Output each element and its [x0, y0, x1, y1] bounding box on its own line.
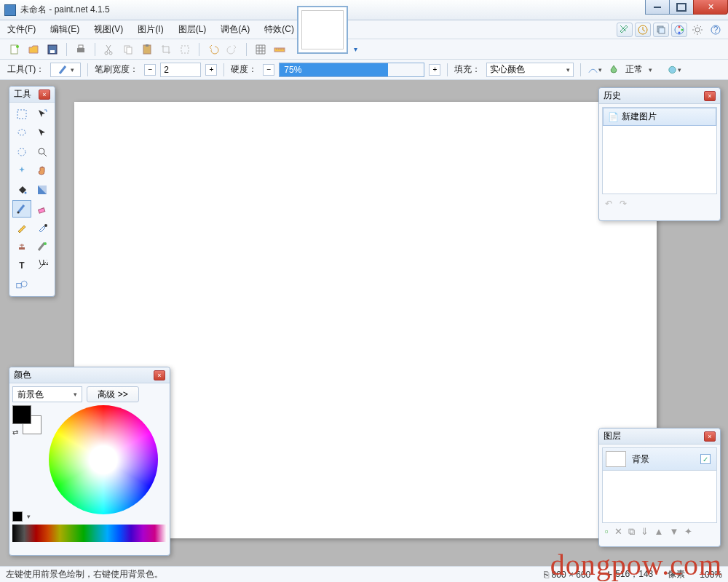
svg-point-7: [695, 28, 700, 32]
help-icon[interactable]: ?: [708, 23, 724, 37]
ruler-button[interactable]: [272, 42, 287, 57]
merge-layer-icon[interactable]: ⇓: [641, 526, 649, 538]
hardness-increase[interactable]: +: [429, 64, 440, 76]
shapes-tool[interactable]: [12, 276, 31, 293]
paint-bucket-tool[interactable]: [12, 181, 31, 199]
add-layer-icon[interactable]: ▫: [605, 526, 609, 538]
svg-point-35: [44, 242, 47, 245]
status-zoom[interactable]: 100%: [700, 570, 722, 580]
history-undo-icon[interactable]: ↶: [605, 199, 612, 209]
text-tool[interactable]: T: [12, 257, 31, 274]
separator: [246, 43, 247, 56]
zoom-tool[interactable]: [33, 143, 52, 161]
deselect-button[interactable]: [178, 42, 192, 57]
duplicate-layer-icon[interactable]: ⧉: [628, 526, 635, 538]
colors-toggle-icon[interactable]: [671, 23, 687, 37]
overwrite-icon[interactable]: ▾: [667, 63, 681, 77]
move-up-icon[interactable]: ▲: [654, 526, 664, 538]
fill-select[interactable]: 实心颜色: [486, 63, 574, 77]
swap-colors-icon[interactable]: ⇄: [12, 428, 18, 436]
layers-toggle-icon[interactable]: [653, 23, 669, 37]
colors-panel-header[interactable]: 颜色 ×: [9, 367, 170, 383]
paste-button[interactable]: [140, 42, 154, 57]
undo-button[interactable]: [206, 42, 221, 57]
hardness-slider[interactable]: 75%: [279, 63, 424, 77]
status-unit[interactable]: 像素: [668, 568, 685, 581]
history-panel-header[interactable]: 历史 ×: [599, 88, 720, 104]
pencil-tool[interactable]: [12, 219, 31, 236]
move-tool[interactable]: [33, 124, 52, 142]
recolor-tool[interactable]: [33, 238, 52, 255]
line-tool[interactable]: \12: [33, 257, 52, 274]
blend-icon[interactable]: [606, 63, 621, 77]
tools-toggle-icon[interactable]: [617, 23, 633, 37]
layer-item[interactable]: 背景 ✓: [603, 448, 716, 471]
gradient-tool[interactable]: [33, 181, 52, 199]
clone-stamp-tool[interactable]: [12, 238, 31, 255]
tools-panel-header[interactable]: 工具 ×: [9, 87, 55, 103]
magic-wand-tool[interactable]: [12, 162, 31, 180]
minimize-button[interactable]: [645, 0, 670, 15]
fg-color-swatch[interactable]: [12, 405, 31, 424]
history-redo-icon[interactable]: ↷: [620, 199, 627, 209]
main-toolbar: [0, 39, 728, 60]
move-selection-tool[interactable]: [33, 105, 52, 123]
brush-width-increase[interactable]: +: [205, 64, 217, 76]
colors-panel-close[interactable]: ×: [154, 370, 165, 380]
layer-name: 背景: [632, 453, 649, 466]
image-thumbnail[interactable]: [297, 6, 348, 54]
thumbnail-dropdown-icon[interactable]: ▾: [354, 45, 357, 53]
close-button[interactable]: [693, 0, 728, 15]
svg-point-26: [18, 129, 25, 135]
layer-props-icon[interactable]: ✦: [684, 526, 692, 538]
eraser-tool[interactable]: [33, 200, 52, 218]
maximize-button[interactable]: [669, 0, 694, 15]
palette-preset-icon[interactable]: [12, 511, 23, 522]
menu-layers[interactable]: 图层(L): [171, 20, 214, 39]
color-mode-select[interactable]: 前景色: [12, 386, 82, 402]
history-item[interactable]: 📄 新建图片: [603, 108, 716, 126]
brush-width-input[interactable]: 2: [160, 63, 201, 77]
history-toggle-icon[interactable]: [635, 23, 651, 37]
brush-width-decrease[interactable]: −: [144, 64, 156, 76]
svg-point-11: [16, 45, 19, 48]
grid-button[interactable]: [253, 42, 268, 57]
color-palette[interactable]: [12, 525, 167, 542]
color-wheel[interactable]: [49, 405, 158, 514]
move-down-icon[interactable]: ▼: [669, 526, 678, 538]
fg-bg-swatches[interactable]: ⇄: [12, 405, 41, 434]
copy-button[interactable]: [121, 42, 135, 57]
menu-file[interactable]: 文件(F): [0, 20, 43, 39]
tools-panel-close[interactable]: ×: [39, 89, 50, 100]
menu-view[interactable]: 视图(V): [87, 20, 130, 39]
layers-panel-header[interactable]: 图层 ×: [599, 428, 720, 445]
menu-adjust[interactable]: 调色(A): [213, 20, 257, 39]
antialias-icon[interactable]: ▾: [587, 63, 602, 77]
lasso-tool[interactable]: [12, 124, 31, 142]
tool-selector[interactable]: ▾: [50, 63, 81, 77]
ellipse-select-tool[interactable]: [12, 143, 31, 161]
paintbrush-tool[interactable]: [12, 200, 31, 218]
rect-select-tool[interactable]: [12, 105, 31, 123]
menu-image[interactable]: 图片(I): [130, 20, 170, 39]
history-panel-close[interactable]: ×: [704, 91, 716, 101]
new-button[interactable]: [7, 42, 22, 57]
redo-button[interactable]: [225, 42, 240, 57]
crop-button[interactable]: [159, 42, 173, 57]
open-button[interactable]: [26, 42, 41, 57]
advanced-button[interactable]: 高级 >>: [87, 386, 139, 402]
menu-effects[interactable]: 特效(C): [257, 20, 301, 39]
delete-layer-icon[interactable]: ✕: [614, 526, 622, 538]
print-button[interactable]: [74, 42, 88, 57]
layer-visible-checkbox[interactable]: ✓: [700, 454, 711, 464]
settings-icon[interactable]: [689, 23, 705, 37]
pan-tool[interactable]: [33, 162, 52, 180]
cut-button[interactable]: [102, 42, 116, 57]
layers-panel: 图层 × 背景 ✓ ▫ ✕ ⧉ ⇓ ▲ ▼ ✦: [598, 428, 721, 547]
menu-edit[interactable]: 编辑(E): [43, 20, 87, 39]
hardness-decrease[interactable]: −: [263, 64, 274, 76]
layers-panel-close[interactable]: ×: [704, 431, 716, 442]
color-picker-tool[interactable]: [33, 219, 52, 236]
save-button[interactable]: [45, 42, 60, 57]
palette-menu-icon[interactable]: ▾: [27, 513, 31, 520]
